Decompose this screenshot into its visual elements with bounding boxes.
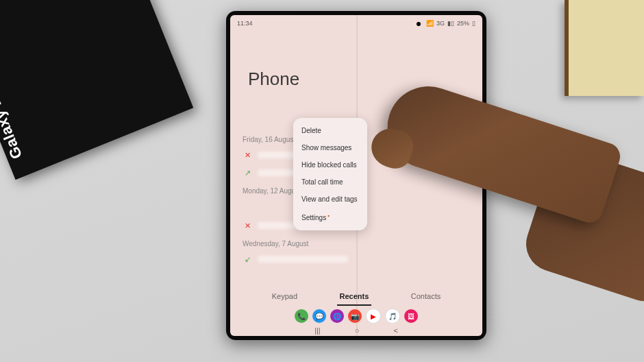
tab-keypad[interactable]: Keypad: [269, 288, 300, 306]
tab-contacts[interactable]: Contacts: [408, 288, 443, 306]
nav-recents-button[interactable]: |||: [314, 326, 321, 335]
messages-app-icon[interactable]: 💬: [312, 309, 326, 323]
youtube-app-icon[interactable]: ▶: [366, 309, 381, 324]
gallery-app-icon[interactable]: 🖼: [404, 309, 418, 323]
menu-total-call-time[interactable]: Total call time: [293, 173, 367, 191]
bottom-tabs: Keypad Recents Contacts: [230, 288, 482, 306]
page-title: Phone: [248, 69, 299, 90]
nav-back-button[interactable]: <: [393, 326, 397, 335]
call-row[interactable]: ↙: [230, 250, 360, 268]
incoming-call-icon: ↙: [243, 254, 252, 264]
wooden-block: [565, 0, 644, 96]
status-bar: 11:34 📶 3G ▮▯ 25% ▯: [230, 18, 482, 29]
box-label: Galaxy Z Fold6: [0, 51, 26, 161]
navigation-bar: ||| ○ <: [230, 326, 482, 335]
app-dock: 📞 💬 🌐 📷 ▶ 🎵 🖼: [230, 309, 482, 324]
menu-delete[interactable]: Delete: [293, 122, 367, 139]
music-app-icon[interactable]: 🎵: [385, 309, 400, 324]
product-box: Galaxy Z Fold6: [0, 0, 193, 180]
call-contact: [258, 256, 348, 263]
outgoing-call-icon: ↗: [243, 168, 252, 178]
menu-hide-blocked[interactable]: Hide blocked calls: [293, 156, 367, 173]
status-time: 11:34: [237, 20, 253, 27]
network-label: 3G: [436, 20, 445, 27]
signal-icon: ▮▯: [447, 20, 454, 27]
camera-app-icon[interactable]: 📷: [348, 309, 362, 323]
empty-state-text: an: [462, 132, 469, 138]
overflow-menu: Delete Show messages Hide blocked calls …: [293, 118, 367, 230]
phone-screen: 11:34 📶 3G ▮▯ 25% ▯ Phone Friday, 16 Aug…: [230, 15, 482, 336]
foldable-phone: 11:34 📶 3G ▮▯ 25% ▯ Phone Friday, 16 Aug…: [226, 11, 486, 340]
phone-app-icon[interactable]: 📞: [295, 309, 308, 323]
missed-call-icon: ✕: [243, 150, 252, 160]
battery-label: 25%: [457, 20, 469, 27]
nav-home-button[interactable]: ○: [355, 326, 360, 335]
menu-view-tags[interactable]: View and edit tags: [293, 191, 367, 208]
browser-app-icon[interactable]: 🌐: [330, 309, 344, 323]
missed-call-icon: ✕: [243, 221, 252, 230]
date-header: Wednesday, 7 August: [230, 240, 360, 248]
battery-icon: ▯: [472, 20, 475, 27]
menu-settings[interactable]: Settings•: [293, 208, 367, 226]
tab-recents[interactable]: Recents: [337, 288, 372, 306]
wifi-icon: 📶: [426, 20, 434, 27]
menu-show-messages[interactable]: Show messages: [293, 139, 367, 156]
